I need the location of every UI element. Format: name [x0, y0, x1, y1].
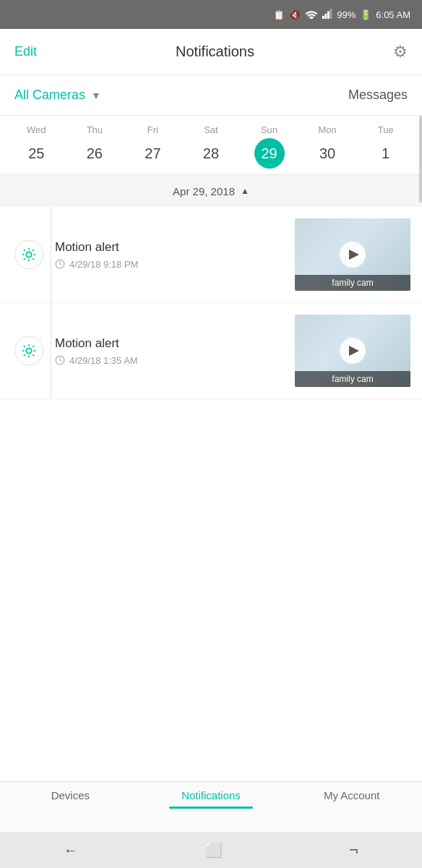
camera-name-label-1: family cam	[295, 371, 410, 387]
notification-list: Motion alert 4/29/18 9:18 PM family cam	[0, 207, 422, 399]
calendar-day-28[interactable]: Sat 28	[189, 124, 233, 169]
svg-line-19	[24, 346, 25, 347]
calendar-days-row: Wed 25 Thu 26 Fri 27 Sat 28 Sun 29 Mon 3…	[7, 124, 415, 169]
battery-percentage: 99%	[337, 9, 356, 20]
calendar-day-29[interactable]: Sun 29	[248, 124, 291, 169]
tab-label-2: My Account	[324, 789, 380, 801]
calendar-day-1[interactable]: Tue 1	[364, 124, 408, 169]
filter-row: All Cameras ▼ Messages	[0, 75, 422, 116]
calendar-day-26[interactable]: Thu 26	[73, 124, 116, 169]
day-label: Fri	[147, 124, 158, 135]
tab-active-indicator	[169, 807, 254, 809]
svg-rect-2	[327, 11, 330, 19]
scrollbar	[419, 116, 422, 203]
mute-icon: 🔇	[289, 9, 301, 20]
dropdown-arrow-icon: ▼	[91, 90, 101, 101]
home-button[interactable]: ⬜	[204, 841, 223, 859]
notification-content-1: Motion alert 4/29/18 1:35 AM	[55, 336, 295, 366]
svg-line-20	[33, 354, 34, 356]
motion-icon-1	[14, 336, 43, 365]
day-label: Sun	[261, 124, 277, 135]
tab-label-0: Devices	[51, 789, 90, 801]
tab-devices[interactable]: Devices	[0, 789, 141, 801]
battery-icon: 🔋	[360, 9, 371, 20]
notification-thumbnail-1[interactable]: family cam	[295, 315, 410, 387]
svg-rect-1	[325, 14, 327, 19]
svg-point-4	[26, 252, 31, 257]
calendar-day-27[interactable]: Fri 27	[131, 124, 174, 169]
status-bar: 📋 🔇 99% 🔋 6:05 AM	[0, 0, 422, 29]
day-label: Tue	[378, 124, 394, 135]
calendar-strip: Wed 25 Thu 26 Fri 27 Sat 28 Sun 29 Mon 3…	[0, 116, 422, 175]
notification-thumbnail-0[interactable]: family cam	[295, 218, 410, 291]
wifi-icon	[305, 9, 318, 21]
tab-my-account[interactable]: My Account	[281, 789, 422, 801]
play-button-1[interactable]	[340, 338, 366, 364]
notification-title-1: Motion alert	[55, 336, 295, 351]
play-button-0[interactable]	[340, 242, 366, 268]
day-number: 25	[21, 138, 51, 169]
bottom-tab-bar: Devices Notifications My Account	[0, 781, 422, 832]
notification-time-0: 4/29/18 9:18 PM	[55, 259, 295, 270]
svg-line-21	[33, 346, 34, 347]
sim-icon: 📋	[273, 9, 285, 20]
date-expand-icon: ▲	[241, 186, 249, 196]
settings-icon[interactable]: ⚙	[393, 43, 408, 61]
selected-date: Apr 29, 2018	[173, 185, 235, 197]
messages-filter[interactable]: Messages	[348, 88, 408, 103]
svg-line-10	[33, 258, 34, 260]
day-label: Wed	[27, 124, 46, 135]
day-label: Mon	[318, 124, 336, 135]
recents-button[interactable]: ⌐	[349, 841, 358, 859]
header: Edit Notifications ⚙	[0, 29, 422, 75]
page-title: Notifications	[176, 43, 254, 60]
tab-label-1: Notifications	[181, 789, 241, 801]
day-label: Thu	[87, 124, 103, 135]
svg-line-12	[24, 258, 25, 260]
notification-content-0: Motion alert 4/29/18 9:18 PM	[55, 240, 295, 270]
day-label: Sat	[204, 124, 218, 135]
svg-rect-3	[330, 9, 332, 19]
camera-filter-label: All Cameras	[14, 88, 85, 103]
day-number: 30	[312, 138, 343, 169]
back-button[interactable]: ←	[64, 842, 78, 859]
svg-point-14	[26, 348, 31, 353]
signal-icon	[322, 9, 332, 21]
camera-name-label-0: family cam	[295, 275, 410, 291]
svg-rect-0	[322, 15, 324, 18]
day-number: 26	[79, 138, 110, 169]
time-display: 6:05 AM	[376, 9, 410, 20]
calendar-day-30[interactable]: Mon 30	[306, 124, 349, 169]
notification-item-1[interactable]: Motion alert 4/29/18 1:35 AM family cam	[0, 303, 422, 399]
calendar-day-25[interactable]: Wed 25	[14, 124, 58, 169]
day-number: 1	[371, 138, 401, 169]
day-number: 27	[137, 138, 168, 169]
svg-line-22	[24, 354, 25, 356]
day-number: 29	[254, 138, 285, 169]
notification-time-1: 4/29/18 1:35 AM	[55, 355, 295, 366]
notification-item-0[interactable]: Motion alert 4/29/18 9:18 PM family cam	[0, 207, 422, 303]
tab-notifications[interactable]: Notifications	[141, 789, 282, 801]
bottom-nav: ← ⬜ ⌐	[0, 832, 422, 868]
svg-line-9	[24, 250, 25, 251]
svg-line-11	[33, 250, 34, 251]
camera-filter[interactable]: All Cameras ▼	[14, 88, 348, 103]
motion-icon-0	[14, 240, 43, 269]
notification-title-0: Motion alert	[55, 240, 295, 255]
day-number: 28	[196, 138, 226, 169]
date-header[interactable]: Apr 29, 2018 ▲	[0, 175, 422, 207]
edit-button[interactable]: Edit	[14, 44, 37, 59]
